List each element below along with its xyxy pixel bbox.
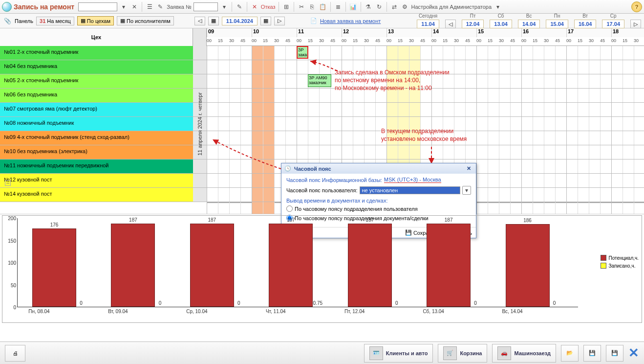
main-date[interactable]: 11.04.2024 — [222, 17, 258, 25]
tab-month[interactable]: 31 На месяц — [36, 17, 74, 25]
list-icon[interactable]: ☰ — [145, 2, 154, 11]
calendar2-icon[interactable]: ▦ — [260, 17, 271, 25]
workshop-name[interactable]: №12 кузовной пост — [0, 174, 193, 187]
base-tz-value[interactable]: MSK (UTC+3) - Москва — [384, 177, 441, 183]
app-close-icon[interactable]: ✕ — [628, 345, 639, 361]
calendar-icon[interactable]: ▦ — [208, 17, 219, 25]
date-prev-btn[interactable]: ◁ — [194, 17, 205, 25]
day-box[interactable]: 17.04 — [602, 20, 624, 28]
tab-performers[interactable]: ▦ По исполнителям — [117, 16, 174, 25]
admin-label[interactable]: Настройка для Администратора — [411, 4, 492, 10]
minute-label: 45 — [375, 38, 380, 43]
save-disk-button[interactable]: 💾 — [583, 345, 601, 362]
day-box[interactable]: 16.04 — [574, 20, 597, 28]
legend-swatch — [601, 263, 606, 269]
folder-open-button[interactable]: 📂 — [561, 345, 579, 362]
base-tz-label: Часовой пояс Информационной базы: — [286, 177, 382, 183]
dropdown2-icon[interactable]: ▾ — [220, 2, 229, 11]
user-tz-label: Часовой пояс пользователя: — [286, 187, 358, 193]
bar-value: 187 — [445, 217, 453, 223]
workshop-name[interactable]: №09 4-х стоечный подъемник (стенд сход-р… — [0, 131, 193, 145]
clients-button[interactable]: 🪪 Клиенты и авто — [364, 344, 433, 363]
workshop-name[interactable]: №14 кузовной пост — [0, 188, 193, 202]
tab-tseh[interactable]: ▦ По цехам — [77, 16, 114, 25]
attach-icon[interactable]: 📎 — [3, 17, 12, 25]
edit-icon[interactable]: ✎ — [235, 2, 244, 11]
user-tz-select[interactable]: не установлен — [360, 186, 460, 194]
bar — [269, 224, 313, 307]
workshop-name[interactable]: №01 2-х стоечный подъемник — [0, 46, 193, 60]
tree-icon[interactable]: ⊞ — [282, 2, 291, 11]
search-combo[interactable] — [78, 2, 117, 11]
paste-icon[interactable]: 📋 — [319, 2, 327, 11]
bar — [348, 224, 392, 307]
day-box[interactable]: 11.04 — [417, 20, 439, 28]
radio-user-tz[interactable] — [286, 205, 293, 212]
disk-icon: 💾 — [589, 350, 596, 356]
bar-value-2: 0.75 — [313, 300, 322, 306]
carin-label: Машинозаезд — [514, 350, 551, 356]
grid-icon: ▦ — [81, 18, 86, 24]
workshop-name[interactable]: №08 ножничный подъемник — [0, 117, 193, 131]
cut-icon[interactable]: ✂ — [297, 2, 306, 11]
workshop-name[interactable]: №07 смотровая яма (люфт детектор) — [0, 103, 193, 116]
workshop-name[interactable]: №06 без подъемника — [0, 89, 193, 102]
main-toolbar: Запись на ремонт ▾ ✕ ☰ ✎ Заявка № ▾ ✎ ✕ … — [0, 0, 644, 14]
day-box[interactable]: 12.04 — [462, 20, 484, 28]
workshop-name[interactable]: №05 2-х стоечный подъемник — [0, 74, 193, 88]
otkaz-label[interactable]: Отказ — [261, 4, 276, 10]
bar — [32, 228, 76, 307]
chart-icon[interactable]: 📊 — [349, 2, 358, 11]
gear-icon[interactable]: ⚙ — [401, 2, 409, 11]
save-disk2-button[interactable]: 💾 — [606, 345, 623, 362]
clear-icon[interactable]: ✕ — [130, 2, 139, 11]
cart-icon: 🛒 — [443, 346, 457, 360]
people-icon: ▦ — [120, 18, 125, 24]
print-button[interactable]: 🖨 — [5, 345, 25, 362]
appointment-block[interactable]: ЗРзака — [297, 46, 308, 59]
days-next-btn[interactable]: ▷ — [630, 20, 641, 28]
minute-label: 45 — [465, 38, 470, 43]
dialog-titlebar[interactable]: 🕓 Часовой пояс ✕ — [281, 163, 476, 174]
date-next-btn[interactable]: ▷ — [274, 17, 285, 25]
admin-dropdown-icon[interactable]: ▾ — [494, 2, 502, 11]
tree-collapse-icon[interactable]: − — [5, 180, 11, 186]
day-box[interactable]: 14.04 — [518, 20, 540, 28]
card-icon: 🪪 — [369, 346, 383, 360]
bar-value-2: 0 — [237, 300, 240, 306]
minute-label: 45 — [510, 38, 515, 43]
refresh-icon[interactable]: ↻ — [375, 2, 384, 11]
minute-label: 45 — [600, 38, 605, 43]
cancel-icon[interactable]: ✕ — [250, 2, 259, 11]
minute-label: 15 — [533, 38, 537, 43]
hour-label: 09 — [207, 28, 252, 37]
appointment-block[interactable]: ЗР AM90заказчик — [308, 74, 331, 87]
zayavka-label: Заявка № — [167, 4, 192, 10]
panel-label[interactable]: Панель — [15, 18, 33, 24]
days-prev-btn[interactable]: ◁ — [445, 20, 456, 28]
arrows-icon[interactable]: ⇄ — [390, 2, 399, 11]
dialog-title: Часовой пояс — [294, 166, 331, 172]
workshop-name[interactable]: №10 без подъемника (электрика) — [0, 145, 193, 159]
hour-label: 15 — [476, 28, 521, 37]
day-box[interactable]: 15.04 — [546, 20, 568, 28]
help-icon[interactable]: ? — [631, 1, 642, 12]
doc-icon[interactable]: ≣ — [334, 2, 343, 11]
dropdown-icon[interactable]: ▾ — [119, 2, 128, 11]
workshop-name[interactable]: №11 ножничный подъемник передвижной — [0, 159, 193, 173]
day-box[interactable]: 13.04 — [490, 20, 512, 28]
zayavka-input[interactable] — [193, 2, 218, 11]
carin-button[interactable]: 🚗 Машинозаезд — [492, 344, 556, 363]
select-dropdown-icon[interactable]: ▾ — [462, 186, 471, 195]
cart-button[interactable]: 🛒 Корзина — [438, 344, 487, 363]
filter-icon[interactable]: ⚗ — [364, 2, 373, 11]
copy-icon[interactable]: ⎘ — [308, 2, 317, 11]
bar-value-2: 0 — [553, 300, 556, 306]
note-icon[interactable]: ✎ — [156, 2, 165, 11]
minute-label: 15 — [308, 38, 313, 43]
dialog-close-icon[interactable]: ✕ — [465, 165, 473, 172]
new-record-link[interactable]: Новая заявка на ремонт — [320, 18, 381, 24]
minute-label: 30 — [364, 38, 369, 43]
minute-label: 15 — [263, 38, 268, 43]
workshop-name[interactable]: №04 без подъемника — [0, 60, 193, 74]
